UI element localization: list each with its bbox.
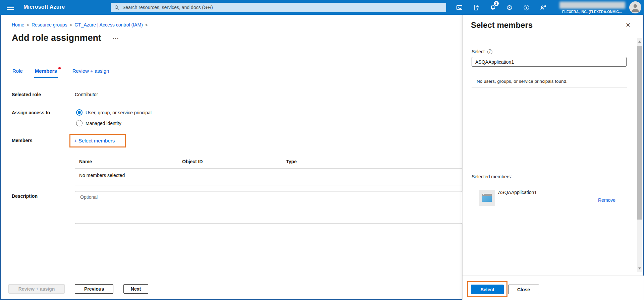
panel-close-button[interactable]: Close xyxy=(508,285,539,294)
table-bottom-divider xyxy=(75,185,462,185)
selected-members-label: Selected members: xyxy=(472,174,512,179)
help-icon[interactable] xyxy=(518,0,535,15)
scrollbar-up-arrow[interactable] xyxy=(638,41,641,43)
select-button[interactable]: Select xyxy=(471,285,504,294)
members-empty-text: No members selected xyxy=(79,173,125,178)
panel-title: Select members xyxy=(471,20,533,30)
member-row-divider xyxy=(472,210,628,210)
select-members-link[interactable]: + Select members xyxy=(74,138,115,143)
panel-scrollbar-thumb[interactable] xyxy=(637,46,642,220)
account-menu[interactable]: FLEXERA, INC. (FLEXERA.ONMIC... xyxy=(557,0,627,15)
select-members-panel: Select members ✕ Select i No users, grou… xyxy=(462,15,643,300)
breadcrumb-separator: > xyxy=(24,22,32,27)
breadcrumb-separator: > xyxy=(67,22,75,27)
app-window-icon xyxy=(479,190,495,206)
selected-role-label: Selected role xyxy=(12,92,41,97)
top-bar: Microsoft Azure xyxy=(0,0,644,15)
select-field-label: Select xyxy=(472,49,485,54)
assign-access-to-label: Assign access to xyxy=(12,110,50,115)
radio-selected-icon xyxy=(76,109,83,116)
close-icon[interactable]: ✕ xyxy=(626,21,631,29)
selected-member-name: ASQAApplication1 xyxy=(498,190,537,195)
members-label: Members xyxy=(12,138,32,143)
review-assign-button[interactable]: Review + assign xyxy=(8,284,65,294)
breadcrumb-separator: > xyxy=(143,22,150,27)
more-options-button[interactable]: ··· xyxy=(113,36,119,42)
brand-microsoft-azure[interactable]: Microsoft Azure xyxy=(23,4,65,10)
next-button[interactable]: Next xyxy=(123,284,148,294)
notifications-bell-icon[interactable]: 2 xyxy=(484,0,501,15)
account-name-blurred xyxy=(559,2,625,9)
settings-gear-icon[interactable]: ⚙ xyxy=(501,0,518,15)
topbar-icon-row: 2 ⚙ xyxy=(451,0,551,15)
radio-unselected-icon xyxy=(76,120,83,126)
global-search[interactable] xyxy=(111,3,446,12)
column-header-name: Name xyxy=(79,159,92,164)
tab-role[interactable]: Role xyxy=(12,68,23,78)
column-header-type: Type xyxy=(286,159,297,164)
panel-footer: Select Close xyxy=(463,276,644,300)
breadcrumb-home[interactable]: Home xyxy=(12,22,24,27)
description-label: Description xyxy=(12,193,38,199)
table-header-divider xyxy=(75,168,462,169)
results-divider xyxy=(472,87,627,88)
select-field-label-row: Select i xyxy=(472,49,492,54)
page-title: Add role assignment xyxy=(12,33,101,43)
member-search-input[interactable] xyxy=(472,57,627,67)
selected-role-value: Contributor xyxy=(75,92,98,97)
tab-members[interactable]: Members xyxy=(35,68,57,78)
column-header-object-id: Object ID xyxy=(182,159,203,164)
avatar[interactable] xyxy=(629,1,641,13)
directory-filter-icon[interactable] xyxy=(468,0,484,15)
description-textarea[interactable] xyxy=(75,191,462,224)
notification-count-badge: 2 xyxy=(494,1,499,6)
search-icon xyxy=(114,5,120,10)
previous-button[interactable]: Previous xyxy=(75,284,113,294)
tab-review-assign[interactable]: Review + assign xyxy=(72,68,109,78)
feedback-icon[interactable] xyxy=(535,0,551,15)
no-results-text: No users, groups, or service principals … xyxy=(477,79,568,84)
breadcrumb-resource-groups[interactable]: Resource groups xyxy=(32,22,67,27)
tenant-name: FLEXERA, INC. (FLEXERA.ONMIC... xyxy=(557,10,627,14)
remove-member-link[interactable]: Remove xyxy=(598,197,615,203)
radio-user-group-service-principal[interactable]: User, group, or service principal xyxy=(76,109,152,116)
tab-bar: Role Members Review + assign xyxy=(12,68,109,78)
scrollbar-down-arrow[interactable] xyxy=(638,267,641,269)
cloud-shell-icon[interactable] xyxy=(451,0,468,15)
search-input[interactable] xyxy=(122,5,443,10)
azure-portal-window: Microsoft Azure xyxy=(0,0,644,300)
breadcrumb-gt-azure-iam[interactable]: GT_Azure | Access control (IAM) xyxy=(74,22,143,27)
tab-alert-dot xyxy=(58,67,61,69)
breadcrumb: Home>Resource groups>GT_Azure | Access c… xyxy=(12,22,150,27)
radio-managed-identity[interactable]: Managed identity xyxy=(76,120,121,126)
hamburger-menu-icon[interactable] xyxy=(4,3,17,12)
info-icon[interactable]: i xyxy=(487,49,492,54)
